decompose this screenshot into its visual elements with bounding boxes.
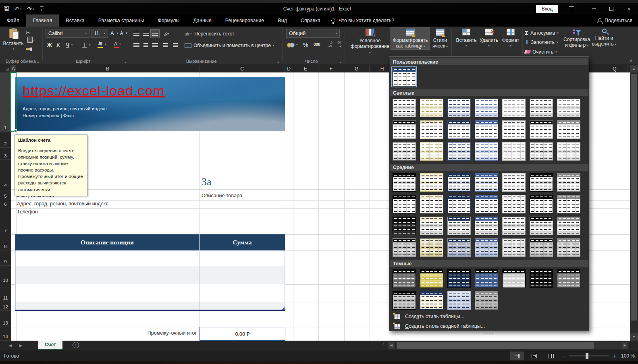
align-center-button[interactable] bbox=[141, 41, 150, 49]
table-style-swatch[interactable] bbox=[420, 99, 443, 117]
ribbon-tab-Вид[interactable]: Вид bbox=[271, 14, 294, 27]
decrease-decimal-button[interactable]: ,00→,0 bbox=[336, 41, 341, 48]
decrease-indent-button[interactable] bbox=[161, 41, 170, 49]
sign-in-button[interactable]: Вход bbox=[536, 5, 558, 13]
table-style-swatch[interactable] bbox=[447, 173, 471, 192]
row-header-4[interactable]: 4 bbox=[0, 160, 11, 189]
table-style-swatch[interactable] bbox=[530, 269, 553, 288]
scroll-right-button[interactable]: ▶ bbox=[621, 342, 628, 349]
invoice-row[interactable] bbox=[15, 250, 285, 266]
row-header-3[interactable]: 3 bbox=[0, 148, 11, 160]
table-style-swatch[interactable] bbox=[393, 195, 416, 213]
column-header-Q[interactable]: Q bbox=[602, 65, 628, 72]
table-style-swatch[interactable] bbox=[393, 68, 416, 86]
font-size-combo[interactable]: 11▾ bbox=[91, 29, 108, 38]
wrap-text-button[interactable]: ab↵ Переносить текст bbox=[185, 31, 234, 37]
table-style-swatch[interactable] bbox=[420, 269, 443, 288]
new-pivot-style-link[interactable]: Создать стиль сводной таблицы... bbox=[389, 322, 589, 331]
table-style-swatch[interactable] bbox=[420, 120, 443, 139]
fill-button[interactable]: ⬇ Заполнить▾ bbox=[525, 39, 558, 45]
row-header-1[interactable]: 1 bbox=[0, 72, 11, 132]
table-style-swatch[interactable] bbox=[502, 120, 526, 139]
row-header-11[interactable]: 11 bbox=[0, 284, 11, 302]
customize-qat-button[interactable]: ▾ bbox=[40, 6, 44, 11]
find-select-button[interactable]: Найти и выделить ▾ bbox=[592, 27, 617, 48]
column-header-D[interactable]: D bbox=[285, 65, 293, 72]
font-color-button[interactable]: А▾ bbox=[114, 42, 121, 46]
table-style-swatch[interactable] bbox=[420, 238, 443, 257]
underline-button[interactable]: Ч▾ bbox=[66, 42, 73, 48]
table-style-swatch[interactable] bbox=[475, 291, 498, 310]
collapse-ribbon-button[interactable]: ∧ bbox=[630, 58, 633, 63]
scroll-up-button[interactable]: ▲ bbox=[630, 65, 638, 72]
splitter-grip-icon[interactable]: ⋮ bbox=[381, 342, 385, 344]
table-style-swatch[interactable] bbox=[393, 120, 416, 139]
vertical-scrollbar[interactable]: ▲ ▼ bbox=[630, 65, 638, 341]
cut-button[interactable]: ✂ bbox=[26, 30, 30, 36]
row-header-12[interactable]: 12 bbox=[0, 302, 11, 311]
row-header-7[interactable]: 7 bbox=[0, 208, 11, 234]
increase-indent-button[interactable] bbox=[171, 41, 179, 49]
table-style-swatch[interactable] bbox=[557, 217, 580, 235]
merge-center-button[interactable]: ↔ Объединить и поместить в центре ▾ bbox=[185, 43, 274, 48]
subtotal-value-cell[interactable]: 0,00 ₽ bbox=[200, 327, 285, 341]
table-style-swatch[interactable] bbox=[557, 269, 580, 288]
fill-color-button[interactable]: ▾ bbox=[98, 42, 106, 47]
table-style-swatch[interactable] bbox=[557, 99, 580, 117]
page-break-view-button[interactable] bbox=[544, 352, 558, 360]
ribbon-tab-Данные[interactable]: Данные bbox=[187, 14, 218, 27]
zoom-in-button[interactable]: + bbox=[613, 350, 616, 362]
ribbon-tab-Разметка страницы[interactable]: Разметка страницы bbox=[91, 14, 151, 27]
undo-button[interactable]: ↶▾ bbox=[15, 6, 21, 12]
table-style-swatch[interactable] bbox=[393, 99, 416, 117]
table-style-swatch[interactable] bbox=[557, 173, 580, 192]
minimize-button[interactable] bbox=[585, 3, 603, 14]
column-header-G[interactable]: G bbox=[344, 65, 370, 72]
number-dialog-launcher[interactable]: ⌟ bbox=[340, 59, 341, 63]
align-left-button[interactable] bbox=[132, 41, 141, 49]
row-header-5[interactable]: 5 bbox=[0, 189, 11, 200]
italic-button[interactable]: К bbox=[56, 42, 60, 48]
autosum-button[interactable]: Σ Автосумма▾ bbox=[525, 30, 559, 36]
sheet-tab-schet[interactable]: Счет bbox=[38, 341, 62, 350]
column-header-C[interactable]: C bbox=[200, 65, 285, 72]
orientation-button[interactable]: ab▾ bbox=[162, 30, 170, 38]
redo-button[interactable]: ↷▾ bbox=[27, 6, 34, 12]
tell-me-box[interactable]: Что вы хотите сделать? bbox=[327, 14, 398, 27]
cell-address[interactable]: Адрес, город, регион, почтовый индекс bbox=[17, 201, 108, 207]
table-style-swatch[interactable] bbox=[393, 217, 416, 235]
copy-button[interactable]: ▾ bbox=[26, 38, 34, 43]
maximize-button[interactable] bbox=[603, 3, 620, 14]
increase-decimal-button[interactable]: ←,0,00 bbox=[327, 41, 333, 48]
table-style-swatch[interactable] bbox=[447, 291, 471, 310]
table-style-swatch[interactable] bbox=[530, 99, 553, 117]
align-bottom-button[interactable] bbox=[151, 30, 159, 38]
normal-view-button[interactable] bbox=[510, 352, 524, 360]
table-style-swatch[interactable] bbox=[530, 238, 553, 257]
new-sheet-button[interactable]: + bbox=[73, 342, 79, 348]
table-style-swatch[interactable] bbox=[420, 291, 443, 310]
zoom-slider-thumb[interactable] bbox=[586, 353, 588, 359]
column-header-B[interactable]: B bbox=[16, 65, 200, 72]
table-style-swatch[interactable] bbox=[502, 269, 526, 288]
horizontal-scrollbar[interactable] bbox=[396, 342, 621, 349]
table-style-swatch[interactable] bbox=[502, 142, 526, 161]
table-style-swatch[interactable] bbox=[557, 195, 580, 213]
cell-za[interactable]: За bbox=[202, 176, 212, 188]
decrease-font-button[interactable]: А▼ bbox=[120, 31, 128, 35]
gallery-resize-grip[interactable]: •••• bbox=[389, 332, 589, 335]
row-header-8[interactable]: 8 bbox=[0, 234, 11, 250]
clipboard-dialog-launcher[interactable]: ⌟ bbox=[37, 59, 39, 63]
save-button[interactable] bbox=[4, 6, 9, 11]
row-header-14[interactable]: 14 bbox=[0, 327, 11, 341]
horizontal-scroll-thumb[interactable] bbox=[397, 342, 594, 349]
align-right-button[interactable] bbox=[151, 41, 159, 49]
table-resize-handle[interactable] bbox=[282, 307, 285, 310]
row-header-9[interactable]: 9 bbox=[0, 250, 11, 266]
select-all-corner[interactable] bbox=[0, 65, 11, 72]
row-header-6[interactable]: 6 bbox=[0, 200, 11, 208]
percent-style-button[interactable]: % bbox=[303, 41, 308, 48]
accounting-format-button[interactable]: ▾ bbox=[287, 42, 298, 47]
column-header-A[interactable]: A bbox=[11, 65, 16, 72]
row-header-10[interactable]: 10 bbox=[0, 266, 11, 284]
